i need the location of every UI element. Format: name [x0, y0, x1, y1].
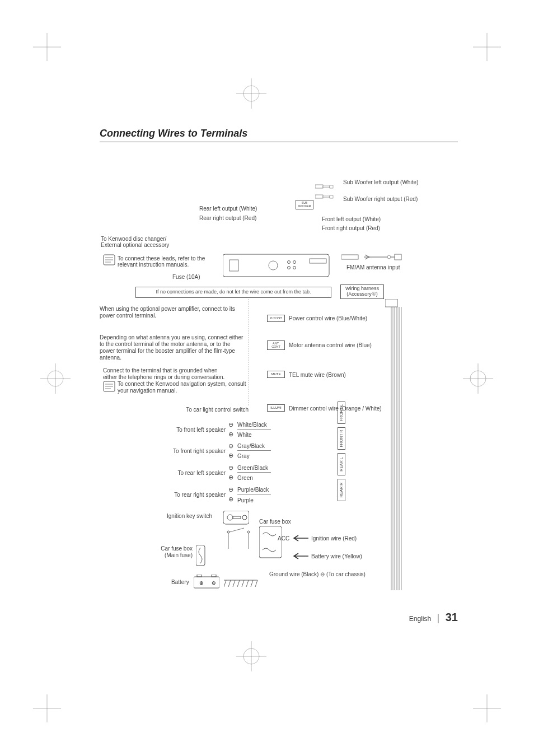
svg-rect-13 [395, 254, 401, 260]
label-front-left-out: Front left output (White) [322, 216, 381, 223]
footer-page-number: 31 [446, 611, 458, 623]
head-unit-icon [223, 249, 335, 282]
label-ground: Ground wire (Black) ⊖ (To car chassis) [269, 571, 366, 578]
svg-text:⊕: ⊕ [199, 580, 204, 586]
mainfuse-icon [196, 545, 207, 568]
tag-rear-l: REAR L [338, 453, 345, 475]
arrow-bat-icon [293, 552, 310, 560]
svg-rect-17 [330, 185, 333, 188]
crop-top-right [473, 33, 501, 61]
manual-icon-2 [103, 381, 115, 393]
polarity-pos-1: ⊕ [228, 431, 233, 438]
label-sw-right: Sub Woofer right output (Red) [343, 196, 418, 203]
tag-illumi: ILLUMI [267, 404, 285, 412]
svg-point-36 [247, 531, 250, 533]
label-dimmer-wire: Dimmer control wire (Orange / White) [289, 405, 382, 413]
label-mainfuse-1: Car fuse box [153, 545, 193, 553]
svg-point-32 [227, 515, 233, 520]
label-tel-1: Connect to the terminal that is grounded… [103, 367, 218, 375]
tag-pcont: P.CONT [267, 315, 285, 322]
label-amp-1: When using the optional power amplifier,… [100, 306, 235, 313]
label-fuse: Fuse (10A) [172, 274, 200, 281]
svg-text:⊖: ⊖ [212, 580, 216, 586]
label-white: White [237, 432, 252, 439]
harness-connector-icon [385, 299, 405, 590]
label-fm-antenna: FM/AM antenna input [346, 264, 400, 272]
tag-rear-r: REAR R [338, 479, 345, 501]
polarity-neg-2: ⊖ [228, 442, 233, 450]
ignition-key-icon [223, 511, 249, 525]
reg-bottom [236, 641, 266, 671]
svg-line-48 [242, 580, 244, 587]
svg-rect-19 [323, 196, 330, 198]
svg-rect-5 [229, 260, 238, 271]
label-battery: Battery [171, 579, 189, 586]
tag-mute: MUTE [267, 371, 285, 378]
svg-rect-33 [233, 516, 241, 519]
svg-rect-20 [330, 195, 333, 198]
svg-point-34 [242, 515, 247, 520]
label-harness: Wiring harness (Accessory①) [340, 284, 384, 299]
label-grayblack: Gray/Black [237, 443, 271, 451]
crop-bottom-left [33, 694, 61, 722]
page-title: Connecting Wires to Terminals [100, 128, 458, 142]
label-mainfuse-2: (Main fuse) [153, 552, 193, 559]
label-batwire: Battery wire (Yellow) [311, 553, 362, 561]
label-no-connection: If no connections are made, do not let t… [135, 287, 331, 298]
ground-hatch-icon [224, 579, 263, 590]
polarity-neg-3: ⊖ [228, 464, 233, 472]
label-rl-spk: To rear left speaker [158, 470, 226, 477]
svg-rect-16 [323, 186, 330, 188]
polarity-pos-2: ⊕ [228, 452, 233, 460]
crop-bottom-right [473, 694, 501, 722]
label-green: Green [237, 475, 253, 482]
polarity-neg-1: ⊖ [228, 421, 233, 429]
label-ignkey: Ignition key switch [167, 513, 212, 520]
label-fl-spk: To front left speaker [158, 427, 226, 434]
tag-subwoofer: SUB WOOFER [296, 200, 313, 209]
crop-top-left [33, 33, 61, 61]
label-carlight: To car light control switch [176, 407, 249, 414]
label-fusebox: Car fuse box [259, 519, 291, 526]
footer-sep: | [437, 612, 440, 623]
manual-icon [103, 254, 115, 267]
polarity-pos-4: ⊕ [228, 496, 233, 503]
svg-rect-12 [341, 255, 358, 259]
label-front-right-out: Front right output (Red) [322, 225, 380, 232]
switch-icon [223, 526, 254, 554]
label-rear-left-out: Rear left output (White) [199, 206, 257, 213]
svg-point-35 [227, 531, 229, 533]
svg-point-14 [387, 255, 391, 259]
page-footer: English | 31 [100, 611, 458, 624]
label-tel-2: either the telephone rings or during con… [103, 374, 224, 381]
battery-icon: ⊕⊖ [194, 575, 219, 589]
svg-line-47 [237, 580, 240, 587]
label-motorant-wire: Motor antenna control wire (Blue) [289, 342, 372, 349]
label-ant-1: Depending on what antenna you are using,… [100, 334, 243, 342]
svg-line-45 [228, 580, 231, 587]
label-ant-3: power terminal for the booster amplifier… [100, 348, 235, 355]
label-purple: Purple [237, 497, 254, 505]
tag-front-r: FRONT R [338, 427, 345, 450]
label-disc-2: External optional accessory [101, 242, 169, 249]
svg-rect-15 [315, 185, 323, 188]
label-ant-4: antenna. [100, 354, 121, 362]
svg-rect-11 [310, 259, 326, 263]
label-amp-2: power control terminal. [100, 312, 156, 320]
antenna-plug-icon [341, 251, 409, 263]
svg-line-51 [255, 580, 257, 587]
wiring-diagram: Sub Woofer left output (White) Sub Woofe… [100, 165, 458, 624]
label-ant-2: to the control terminal of the motor ant… [100, 341, 230, 348]
svg-rect-41 [212, 575, 216, 577]
label-rear-right-out: Rear right output (Red) [199, 215, 256, 222]
tag-front-l: FRONT L [338, 402, 345, 424]
label-nav-2: your navigation manual. [118, 388, 177, 395]
label-fr-spk: To front right speaker [158, 448, 226, 455]
reg-top [236, 78, 266, 109]
svg-line-49 [246, 580, 249, 587]
fusebox-icon [259, 526, 282, 560]
label-acc: ACC [278, 535, 289, 543]
label-rr-spk: To rear right speaker [158, 492, 226, 499]
svg-rect-40 [197, 575, 202, 577]
footer-lang: English [409, 615, 431, 623]
